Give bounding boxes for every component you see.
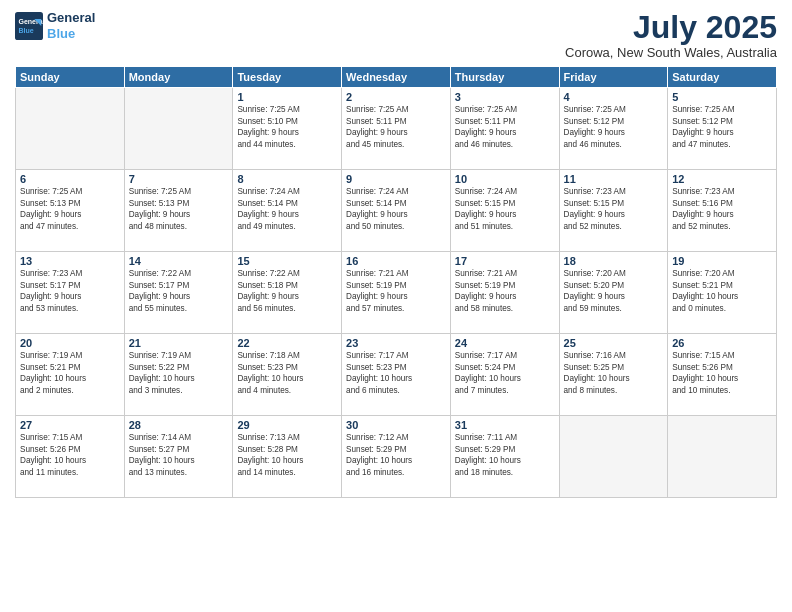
day-info: Sunrise: 7:21 AMSunset: 5:19 PMDaylight:… (346, 268, 446, 314)
weekday-header-friday: Friday (559, 67, 668, 88)
calendar-cell: 9Sunrise: 7:24 AMSunset: 5:14 PMDaylight… (342, 170, 451, 252)
day-info: Sunrise: 7:20 AMSunset: 5:21 PMDaylight:… (672, 268, 772, 314)
title-block: July 2025 Corowa, New South Wales, Austr… (565, 10, 777, 60)
calendar-cell: 19Sunrise: 7:20 AMSunset: 5:21 PMDayligh… (668, 252, 777, 334)
day-info: Sunrise: 7:13 AMSunset: 5:28 PMDaylight:… (237, 432, 337, 478)
day-info: Sunrise: 7:25 AMSunset: 5:11 PMDaylight:… (346, 104, 446, 150)
day-number: 3 (455, 91, 555, 103)
day-info: Sunrise: 7:25 AMSunset: 5:12 PMDaylight:… (564, 104, 664, 150)
day-info: Sunrise: 7:23 AMSunset: 5:17 PMDaylight:… (20, 268, 120, 314)
day-number: 6 (20, 173, 120, 185)
calendar-cell: 27Sunrise: 7:15 AMSunset: 5:26 PMDayligh… (16, 416, 125, 498)
day-number: 25 (564, 337, 664, 349)
calendar-cell: 30Sunrise: 7:12 AMSunset: 5:29 PMDayligh… (342, 416, 451, 498)
calendar-cell: 2Sunrise: 7:25 AMSunset: 5:11 PMDaylight… (342, 88, 451, 170)
calendar-cell: 25Sunrise: 7:16 AMSunset: 5:25 PMDayligh… (559, 334, 668, 416)
calendar-cell: 17Sunrise: 7:21 AMSunset: 5:19 PMDayligh… (450, 252, 559, 334)
day-number: 18 (564, 255, 664, 267)
day-info: Sunrise: 7:22 AMSunset: 5:18 PMDaylight:… (237, 268, 337, 314)
calendar-cell: 31Sunrise: 7:11 AMSunset: 5:29 PMDayligh… (450, 416, 559, 498)
calendar-cell: 8Sunrise: 7:24 AMSunset: 5:14 PMDaylight… (233, 170, 342, 252)
calendar-cell: 6Sunrise: 7:25 AMSunset: 5:13 PMDaylight… (16, 170, 125, 252)
day-info: Sunrise: 7:14 AMSunset: 5:27 PMDaylight:… (129, 432, 229, 478)
header: General Blue General Blue July 2025 Coro… (15, 10, 777, 60)
day-info: Sunrise: 7:19 AMSunset: 5:21 PMDaylight:… (20, 350, 120, 396)
calendar-cell: 23Sunrise: 7:17 AMSunset: 5:23 PMDayligh… (342, 334, 451, 416)
calendar-cell: 1Sunrise: 7:25 AMSunset: 5:10 PMDaylight… (233, 88, 342, 170)
location-subtitle: Corowa, New South Wales, Australia (565, 45, 777, 60)
day-info: Sunrise: 7:23 AMSunset: 5:16 PMDaylight:… (672, 186, 772, 232)
day-info: Sunrise: 7:25 AMSunset: 5:12 PMDaylight:… (672, 104, 772, 150)
day-number: 16 (346, 255, 446, 267)
weekday-header-row: SundayMondayTuesdayWednesdayThursdayFrid… (16, 67, 777, 88)
week-row-2: 6Sunrise: 7:25 AMSunset: 5:13 PMDaylight… (16, 170, 777, 252)
weekday-header-saturday: Saturday (668, 67, 777, 88)
calendar-cell: 29Sunrise: 7:13 AMSunset: 5:28 PMDayligh… (233, 416, 342, 498)
day-info: Sunrise: 7:15 AMSunset: 5:26 PMDaylight:… (672, 350, 772, 396)
calendar-cell: 11Sunrise: 7:23 AMSunset: 5:15 PMDayligh… (559, 170, 668, 252)
month-title: July 2025 (565, 10, 777, 45)
day-info: Sunrise: 7:15 AMSunset: 5:26 PMDaylight:… (20, 432, 120, 478)
calendar-cell: 7Sunrise: 7:25 AMSunset: 5:13 PMDaylight… (124, 170, 233, 252)
logo-line1: General (47, 10, 95, 26)
logo-icon: General Blue (15, 12, 43, 40)
calendar-cell: 18Sunrise: 7:20 AMSunset: 5:20 PMDayligh… (559, 252, 668, 334)
day-info: Sunrise: 7:20 AMSunset: 5:20 PMDaylight:… (564, 268, 664, 314)
day-info: Sunrise: 7:17 AMSunset: 5:24 PMDaylight:… (455, 350, 555, 396)
day-info: Sunrise: 7:25 AMSunset: 5:13 PMDaylight:… (129, 186, 229, 232)
day-number: 8 (237, 173, 337, 185)
day-number: 22 (237, 337, 337, 349)
calendar-cell: 14Sunrise: 7:22 AMSunset: 5:17 PMDayligh… (124, 252, 233, 334)
day-number: 14 (129, 255, 229, 267)
day-info: Sunrise: 7:24 AMSunset: 5:14 PMDaylight:… (237, 186, 337, 232)
day-number: 26 (672, 337, 772, 349)
calendar-cell: 26Sunrise: 7:15 AMSunset: 5:26 PMDayligh… (668, 334, 777, 416)
day-number: 28 (129, 419, 229, 431)
weekday-header-sunday: Sunday (16, 67, 125, 88)
calendar-cell (16, 88, 125, 170)
day-number: 10 (455, 173, 555, 185)
day-number: 7 (129, 173, 229, 185)
calendar-cell: 13Sunrise: 7:23 AMSunset: 5:17 PMDayligh… (16, 252, 125, 334)
day-number: 4 (564, 91, 664, 103)
logo-line2: Blue (47, 26, 95, 42)
day-info: Sunrise: 7:23 AMSunset: 5:15 PMDaylight:… (564, 186, 664, 232)
day-number: 21 (129, 337, 229, 349)
calendar-cell: 3Sunrise: 7:25 AMSunset: 5:11 PMDaylight… (450, 88, 559, 170)
day-info: Sunrise: 7:12 AMSunset: 5:29 PMDaylight:… (346, 432, 446, 478)
calendar-cell: 20Sunrise: 7:19 AMSunset: 5:21 PMDayligh… (16, 334, 125, 416)
calendar-cell: 4Sunrise: 7:25 AMSunset: 5:12 PMDaylight… (559, 88, 668, 170)
day-number: 23 (346, 337, 446, 349)
calendar-table: SundayMondayTuesdayWednesdayThursdayFrid… (15, 66, 777, 498)
day-info: Sunrise: 7:17 AMSunset: 5:23 PMDaylight:… (346, 350, 446, 396)
week-row-3: 13Sunrise: 7:23 AMSunset: 5:17 PMDayligh… (16, 252, 777, 334)
svg-text:Blue: Blue (19, 27, 34, 34)
calendar-cell: 15Sunrise: 7:22 AMSunset: 5:18 PMDayligh… (233, 252, 342, 334)
day-number: 11 (564, 173, 664, 185)
calendar-cell: 21Sunrise: 7:19 AMSunset: 5:22 PMDayligh… (124, 334, 233, 416)
weekday-header-thursday: Thursday (450, 67, 559, 88)
week-row-4: 20Sunrise: 7:19 AMSunset: 5:21 PMDayligh… (16, 334, 777, 416)
day-number: 27 (20, 419, 120, 431)
day-info: Sunrise: 7:25 AMSunset: 5:10 PMDaylight:… (237, 104, 337, 150)
day-info: Sunrise: 7:24 AMSunset: 5:15 PMDaylight:… (455, 186, 555, 232)
weekday-header-wednesday: Wednesday (342, 67, 451, 88)
calendar-cell: 22Sunrise: 7:18 AMSunset: 5:23 PMDayligh… (233, 334, 342, 416)
day-info: Sunrise: 7:22 AMSunset: 5:17 PMDaylight:… (129, 268, 229, 314)
calendar-cell: 10Sunrise: 7:24 AMSunset: 5:15 PMDayligh… (450, 170, 559, 252)
day-number: 5 (672, 91, 772, 103)
day-info: Sunrise: 7:25 AMSunset: 5:13 PMDaylight:… (20, 186, 120, 232)
week-row-5: 27Sunrise: 7:15 AMSunset: 5:26 PMDayligh… (16, 416, 777, 498)
calendar-cell: 16Sunrise: 7:21 AMSunset: 5:19 PMDayligh… (342, 252, 451, 334)
day-number: 30 (346, 419, 446, 431)
day-info: Sunrise: 7:19 AMSunset: 5:22 PMDaylight:… (129, 350, 229, 396)
calendar-cell (559, 416, 668, 498)
day-info: Sunrise: 7:18 AMSunset: 5:23 PMDaylight:… (237, 350, 337, 396)
calendar-cell: 12Sunrise: 7:23 AMSunset: 5:16 PMDayligh… (668, 170, 777, 252)
weekday-header-monday: Monday (124, 67, 233, 88)
day-number: 12 (672, 173, 772, 185)
day-info: Sunrise: 7:24 AMSunset: 5:14 PMDaylight:… (346, 186, 446, 232)
day-number: 19 (672, 255, 772, 267)
calendar-cell: 28Sunrise: 7:14 AMSunset: 5:27 PMDayligh… (124, 416, 233, 498)
day-number: 31 (455, 419, 555, 431)
